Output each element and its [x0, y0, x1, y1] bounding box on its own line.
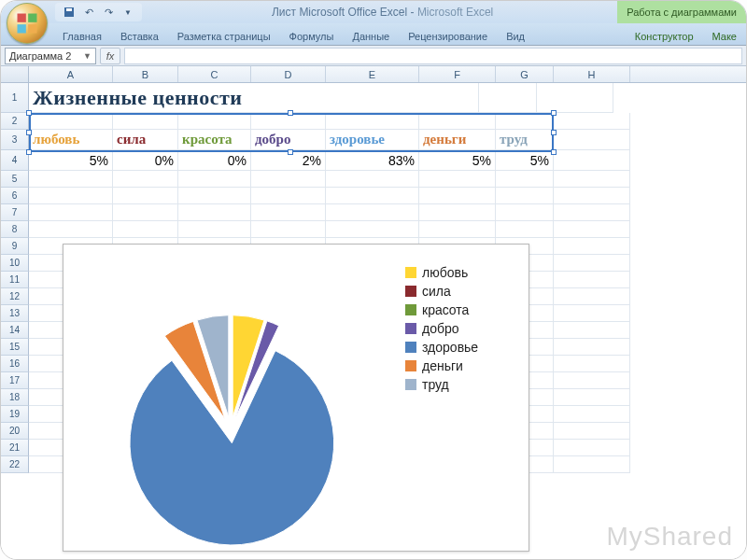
cell[interactable]	[496, 113, 554, 130]
cell[interactable]	[178, 188, 251, 204]
cell[interactable]: 5%	[419, 150, 496, 171]
office-button[interactable]	[7, 3, 48, 44]
cell[interactable]	[554, 288, 630, 305]
cell[interactable]	[479, 83, 537, 113]
col-header[interactable]: A	[29, 66, 113, 82]
cell[interactable]	[554, 423, 630, 440]
col-header[interactable]: H	[554, 66, 630, 82]
cell[interactable]	[419, 171, 496, 188]
cell[interactable]	[554, 150, 630, 171]
cell[interactable]	[113, 221, 178, 238]
cell[interactable]	[554, 130, 630, 150]
cell[interactable]	[29, 171, 113, 188]
tab-data[interactable]: Данные	[343, 27, 399, 45]
row-header[interactable]: 11	[1, 272, 29, 288]
col-header[interactable]: C	[178, 66, 251, 82]
worksheet-grid[interactable]: A B C D E F G H 1Жизненные ценности23люб…	[1, 66, 746, 559]
cell[interactable]	[496, 171, 554, 188]
row-header[interactable]: 16	[1, 356, 29, 372]
cell[interactable]: Жизненные ценности	[29, 83, 402, 113]
formula-input[interactable]	[124, 48, 742, 64]
cell[interactable]	[419, 188, 496, 204]
cell[interactable]	[29, 221, 113, 238]
cell[interactable]: 5%	[496, 150, 554, 171]
cell[interactable]	[419, 113, 496, 130]
row-header[interactable]: 19	[1, 406, 29, 423]
row-header[interactable]: 9	[1, 238, 29, 255]
row-header[interactable]: 3	[1, 130, 29, 150]
selection-handle[interactable]	[288, 110, 293, 116]
cell[interactable]: сила	[113, 130, 178, 150]
cell[interactable]	[554, 113, 630, 130]
selection-handle[interactable]	[26, 149, 32, 155]
cell[interactable]: 5%	[29, 150, 113, 171]
selection-handle[interactable]	[551, 149, 557, 155]
chevron-down-icon[interactable]: ▼	[83, 51, 92, 61]
cell[interactable]	[496, 221, 554, 238]
row-header[interactable]: 20	[1, 423, 29, 440]
row-header[interactable]: 21	[1, 440, 29, 456]
row-header[interactable]: 22	[1, 456, 29, 473]
cell[interactable]	[554, 389, 630, 406]
col-header[interactable]: B	[113, 66, 178, 82]
cell[interactable]	[554, 305, 630, 322]
row-header[interactable]: 15	[1, 339, 29, 356]
cell[interactable]: 83%	[326, 150, 419, 171]
cell[interactable]	[554, 272, 630, 288]
tab-page-layout[interactable]: Разметка страницы	[168, 27, 280, 45]
cell[interactable]	[496, 204, 554, 221]
cell[interactable]: добро	[251, 130, 326, 150]
cell[interactable]	[178, 204, 251, 221]
row-header[interactable]: 6	[1, 188, 29, 204]
cell[interactable]: 0%	[178, 150, 251, 171]
qat-dropdown-icon[interactable]: ▼	[120, 4, 136, 21]
cell[interactable]	[554, 188, 630, 204]
undo-icon[interactable]: ↶	[80, 4, 97, 21]
cell[interactable]	[251, 221, 326, 238]
tab-view[interactable]: Вид	[497, 27, 534, 45]
cell[interactable]	[496, 188, 554, 204]
col-header[interactable]: F	[419, 66, 496, 82]
row-header[interactable]: 12	[1, 288, 29, 305]
select-all-corner[interactable]	[1, 66, 29, 82]
cell[interactable]	[29, 188, 113, 204]
row-header[interactable]: 18	[1, 389, 29, 406]
cell[interactable]	[29, 113, 113, 130]
cell[interactable]	[554, 372, 630, 389]
tab-review[interactable]: Рецензирование	[399, 27, 497, 45]
col-header[interactable]: G	[496, 66, 554, 82]
row-header[interactable]: 2	[1, 113, 29, 130]
cell[interactable]: 0%	[113, 150, 178, 171]
cell[interactable]	[554, 339, 630, 356]
cell[interactable]	[554, 221, 630, 238]
cell[interactable]	[178, 221, 251, 238]
cell[interactable]	[537, 83, 613, 113]
selection-handle[interactable]	[26, 110, 32, 116]
tab-home[interactable]: Главная	[53, 27, 111, 45]
row-header[interactable]: 5	[1, 171, 29, 188]
cell[interactable]	[326, 188, 419, 204]
cell[interactable]: красота	[178, 130, 251, 150]
cell[interactable]	[178, 171, 251, 188]
cell[interactable]	[554, 440, 630, 456]
row-header[interactable]: 8	[1, 221, 29, 238]
cell[interactable]	[419, 221, 496, 238]
cell[interactable]	[554, 356, 630, 372]
cell[interactable]	[326, 221, 419, 238]
cell[interactable]	[554, 238, 630, 255]
cell[interactable]	[554, 456, 630, 473]
cell[interactable]	[554, 204, 630, 221]
row-header[interactable]: 4	[1, 150, 29, 171]
selection-handle[interactable]	[551, 130, 557, 135]
cell[interactable]	[554, 406, 630, 423]
cell[interactable]	[29, 204, 113, 221]
row-header[interactable]: 17	[1, 372, 29, 389]
cell[interactable]	[326, 171, 419, 188]
name-box[interactable]: Диаграмма 2 ▼	[5, 48, 96, 64]
row-header[interactable]: 14	[1, 322, 29, 339]
tab-formulas[interactable]: Формулы	[280, 27, 344, 45]
cell[interactable]	[419, 204, 496, 221]
col-header[interactable]: D	[251, 66, 326, 82]
row-header[interactable]: 13	[1, 305, 29, 322]
cell[interactable]	[113, 204, 178, 221]
